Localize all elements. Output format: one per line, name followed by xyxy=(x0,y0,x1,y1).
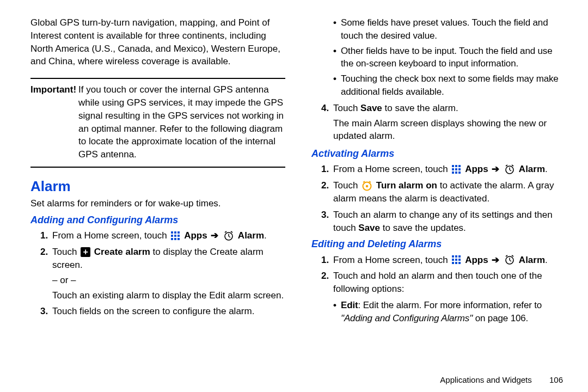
step-body: Touch Turn alarm on to activate the alar… xyxy=(333,179,566,205)
subhead-adding: Adding and Configuring Alarms xyxy=(30,213,285,227)
svg-line-30 xyxy=(363,181,365,182)
arrow-icon: ➔ xyxy=(492,255,499,265)
step-body: Touch an alarm to change any of its sett… xyxy=(333,209,566,235)
alarm-label: Alarm xyxy=(519,255,545,265)
apps-grid-icon xyxy=(170,231,180,241)
svg-line-26 xyxy=(506,165,507,166)
svg-line-11 xyxy=(229,236,230,237)
text: From a Home screen, touch xyxy=(333,255,450,265)
apps-grid-icon xyxy=(451,164,461,174)
step-3: 3. Touch fields on the screen to configu… xyxy=(40,305,285,318)
step-number: 2. xyxy=(321,270,333,296)
arrow-icon: ➔ xyxy=(492,164,499,174)
step-1: 1. From a Home screen, touch Apps ➔ Alar… xyxy=(321,163,566,176)
alarm-label: Alarm xyxy=(519,164,545,174)
svg-rect-34 xyxy=(458,255,461,258)
step-number: 1. xyxy=(321,163,333,176)
step-number: 2. xyxy=(321,179,333,205)
svg-rect-36 xyxy=(455,259,457,261)
alarm-clock-icon xyxy=(504,254,515,265)
edit-bullets: • Edit: Edit the alarm. For more informa… xyxy=(333,299,566,325)
subhead-editing: Editing and Deleting Alarms xyxy=(311,237,566,251)
step-number: 1. xyxy=(40,229,52,242)
svg-rect-38 xyxy=(452,262,454,264)
svg-line-13 xyxy=(231,231,232,232)
arrow-icon: ➔ xyxy=(211,230,218,241)
svg-rect-20 xyxy=(452,171,454,174)
config-bullets: •Some fields have preset values. Touch t… xyxy=(333,16,566,99)
important-label: Important! xyxy=(30,83,76,161)
step-number: 2. xyxy=(40,246,52,302)
svg-rect-35 xyxy=(452,259,454,261)
bullet-item: •Touching the check box next to some fie… xyxy=(333,72,566,99)
page-number: 106 xyxy=(549,375,563,384)
step-2: 2. Touch + Create alarm to display the C… xyxy=(40,246,285,302)
text: to save the updates. xyxy=(380,223,466,233)
svg-line-44 xyxy=(506,255,507,256)
svg-point-29 xyxy=(366,185,368,187)
svg-line-12 xyxy=(225,231,226,232)
svg-rect-8 xyxy=(177,238,180,240)
svg-rect-7 xyxy=(174,238,176,240)
apps-label: Apps xyxy=(465,164,488,174)
intro-paragraph: Global GPS turn-by-turn navigation, mapp… xyxy=(30,16,285,68)
text: to save the alarm. xyxy=(382,103,458,113)
left-column: Global GPS turn-by-turn navigation, mapp… xyxy=(30,16,285,387)
step-body: From a Home screen, touch Apps ➔ Alarm. xyxy=(333,163,566,176)
text: From a Home screen, touch xyxy=(52,230,169,241)
step-number: 3. xyxy=(40,305,52,318)
step-body: From a Home screen, touch Apps ➔ Alarm. xyxy=(333,254,566,267)
page-ref: on page 106. xyxy=(473,313,528,323)
bullet-item: • Edit: Edit the alarm. For more informa… xyxy=(333,299,566,325)
alarm-clock-icon xyxy=(223,230,234,241)
apps-label: Apps xyxy=(184,230,207,241)
editing-steps: 1. From a Home screen, touch Apps ➔ Alar… xyxy=(321,254,566,296)
bullet-text: Some fields have preset values. Touch th… xyxy=(341,16,566,42)
apps-label: Apps xyxy=(465,255,488,265)
section-desc: Set alarms for reminders or for wake-up … xyxy=(30,197,285,210)
text: Touch xyxy=(333,180,360,191)
step-1: 1. From a Home screen, touch Apps ➔ Alar… xyxy=(321,254,566,267)
alarm-clock-icon xyxy=(504,164,515,175)
text: Touch xyxy=(333,103,360,113)
adding-steps: 1. From a Home screen, touch Apps ➔ Alar… xyxy=(40,229,285,318)
bullet-item: •Some fields have preset values. Touch t… xyxy=(333,16,566,42)
step-2: 2. Touch Turn alarm on to activate the a… xyxy=(321,179,566,205)
step-number: 3. xyxy=(321,209,333,235)
svg-rect-21 xyxy=(455,171,457,174)
create-alarm-label: Create alarm xyxy=(94,247,150,257)
important-box: Important! If you touch or cover the int… xyxy=(30,78,285,168)
svg-rect-6 xyxy=(171,238,173,240)
text: Touch xyxy=(52,247,79,257)
svg-line-27 xyxy=(512,165,513,166)
plus-icon: + xyxy=(81,247,90,257)
apps-grid-icon xyxy=(451,255,461,265)
svg-rect-14 xyxy=(452,165,454,167)
svg-rect-18 xyxy=(455,168,457,170)
svg-line-31 xyxy=(369,181,371,182)
important-text: If you touch or cover the internal GPS a… xyxy=(78,83,285,161)
or-text: Touch an existing alarm to display the E… xyxy=(52,289,285,302)
svg-line-45 xyxy=(512,255,513,256)
save-step: 4. Touch Save to save the alarm. The mai… xyxy=(321,102,566,143)
svg-line-43 xyxy=(510,260,511,261)
svg-rect-19 xyxy=(458,168,461,170)
svg-rect-15 xyxy=(455,165,457,167)
step-4: 4. Touch Save to save the alarm. The mai… xyxy=(321,102,566,143)
svg-rect-39 xyxy=(455,262,457,264)
svg-rect-4 xyxy=(174,235,176,237)
step-number: 4. xyxy=(321,102,333,143)
step-body: Touch + Create alarm to display the Crea… xyxy=(52,246,285,302)
right-column: •Some fields have preset values. Touch t… xyxy=(311,16,566,387)
turn-alarm-on-label: Turn alarm on xyxy=(376,180,437,191)
text: : Edit the alarm. For more information, … xyxy=(358,300,542,310)
chapter-name: Applications and Widgets xyxy=(440,375,531,384)
step-number: 1. xyxy=(321,254,333,267)
svg-rect-17 xyxy=(452,168,454,170)
svg-rect-2 xyxy=(177,231,180,234)
save-label: Save xyxy=(358,223,380,233)
bullet-text: Edit: Edit the alarm. For more informati… xyxy=(341,299,566,325)
or-divider: – or – xyxy=(52,274,285,287)
bullet-text: Other fields have to be input. Touch the… xyxy=(341,45,566,71)
step-body: Touch Save to save the alarm. The main A… xyxy=(333,102,566,143)
